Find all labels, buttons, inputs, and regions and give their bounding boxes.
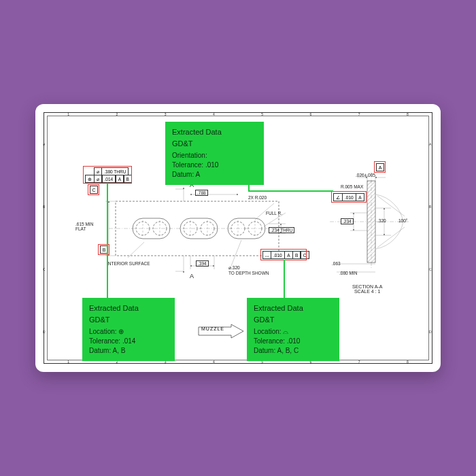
datum-a: A [376, 163, 384, 171]
connector-top-h [248, 190, 333, 192]
dim-100deg: 100° [398, 218, 407, 223]
dim-394: .394 [196, 260, 209, 267]
dim-234: .234 [341, 218, 354, 224]
callout-location-abc: Extracted Data GD&T Location: ⌓ Toleranc… [247, 298, 339, 361]
dim-234thru: .234 THRU [269, 227, 294, 233]
fcf-angularity-010: ∠.010A [333, 193, 364, 201]
ruler-left: ABCD [43, 113, 47, 363]
datum-c: C [90, 186, 98, 194]
dim-080min: .080 MIN [339, 271, 357, 275]
muzzle-arrow: MUZZLE [197, 324, 245, 339]
fcf-profile-010: ⌓.010ABC [262, 251, 309, 259]
dim-fullr: FULL R. [266, 211, 282, 216]
svg-line-49 [377, 196, 405, 216]
dim-320: .320 [377, 218, 386, 223]
drawing-sheet: 12345678 12345678 ABCD ABCD [35, 104, 441, 372]
dim-320depth-b: TO DEPTH SHOWN [228, 271, 269, 275]
svg-line-32 [231, 240, 241, 266]
connector-left-v [107, 183, 108, 299]
svg-line-50 [377, 227, 405, 248]
dim-788: .788 [195, 190, 208, 196]
dim-615min: .615 MIN FLAT [75, 222, 93, 231]
section-label: SECTION A-A SCALE 4 : 1 [352, 284, 382, 294]
dim-320depth-a: ⌀.320 [228, 265, 240, 271]
ruler-top: 12345678 [44, 112, 432, 116]
callout-orientation: Extracted Data GD&T Orientation: Toleran… [165, 122, 264, 185]
dim-026: .026±.005 [356, 173, 375, 177]
section-marker-a-bottom: A [190, 273, 194, 279]
fcf-position-014: ⊕⌀.014AB [85, 175, 132, 183]
connector-right-v [284, 260, 285, 299]
dim-063: .063 [332, 261, 341, 266]
callout-location-ab: Extracted Data GD&T Location: ⊕ Toleranc… [82, 298, 175, 361]
drawing-frame: 12345678 12345678 ABCD ABCD [44, 112, 432, 364]
svg-line-31 [128, 242, 144, 258]
label-interior-surface: INTERIOR SURFACE [107, 261, 150, 266]
dim-r020: 2X R.020 [248, 195, 267, 200]
ruler-right: ABCD [429, 113, 433, 363]
dim-r005: R.005 MAX [341, 184, 363, 189]
